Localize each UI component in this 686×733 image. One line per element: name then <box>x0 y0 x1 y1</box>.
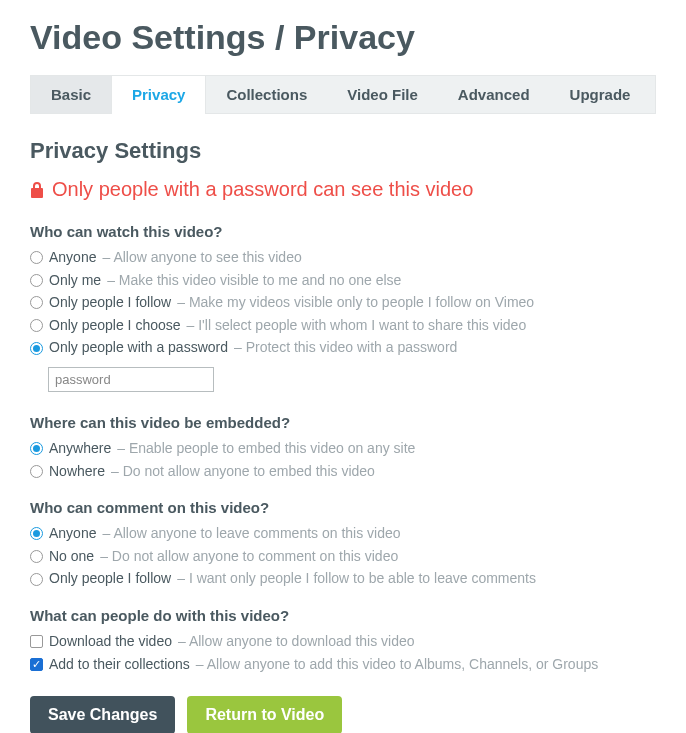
tab-advanced[interactable]: Advanced <box>438 76 550 113</box>
radio-follow[interactable] <box>30 296 43 309</box>
tab-collections[interactable]: Collections <box>206 76 327 113</box>
watch-option-only-me[interactable]: Only me Make this video visible to me an… <box>30 271 656 291</box>
action-option-collections[interactable]: Add to their collections Allow anyone to… <box>30 655 656 675</box>
embed-option-nowhere[interactable]: Nowhere Do not allow anyone to embed thi… <box>30 462 656 482</box>
checkbox-download[interactable] <box>30 635 43 648</box>
action-option-download[interactable]: Download the video Allow anyone to downl… <box>30 632 656 652</box>
radio-choose[interactable] <box>30 319 43 332</box>
password-input[interactable] <box>48 367 214 392</box>
tab-upgrade[interactable]: Upgrade <box>550 76 651 113</box>
radio-embed-anywhere[interactable] <box>30 442 43 455</box>
radio-embed-nowhere[interactable] <box>30 465 43 478</box>
return-button[interactable]: Return to Video <box>187 696 342 733</box>
privacy-status-text: Only people with a password can see this… <box>52 178 473 201</box>
comment-option-noone[interactable]: No one Do not allow anyone to comment on… <box>30 547 656 567</box>
tab-video-file[interactable]: Video File <box>327 76 438 113</box>
settings-tabs: Basic Privacy Collections Video File Adv… <box>30 75 656 114</box>
actions-question: What can people do with this video? <box>30 607 656 624</box>
watch-option-anyone[interactable]: Anyone Allow anyone to see this video <box>30 248 656 268</box>
save-button[interactable]: Save Changes <box>30 696 175 733</box>
comment-option-follow[interactable]: Only people I follow I want only people … <box>30 569 656 589</box>
privacy-status: Only people with a password can see this… <box>30 178 656 201</box>
watch-question: Who can watch this video? <box>30 223 656 240</box>
tab-privacy[interactable]: Privacy <box>111 76 206 114</box>
lock-icon <box>30 181 44 198</box>
comment-question: Who can comment on this video? <box>30 499 656 516</box>
watch-option-choose[interactable]: Only people I choose I'll select people … <box>30 316 656 336</box>
watch-option-follow[interactable]: Only people I follow Make my videos visi… <box>30 293 656 313</box>
radio-comment-noone[interactable] <box>30 550 43 563</box>
page-title: Video Settings / Privacy <box>30 18 656 57</box>
radio-only-me[interactable] <box>30 274 43 287</box>
embed-question: Where can this video be embedded? <box>30 414 656 431</box>
radio-comment-follow[interactable] <box>30 573 43 586</box>
tab-basic[interactable]: Basic <box>31 76 111 113</box>
embed-option-anywhere[interactable]: Anywhere Enable people to embed this vid… <box>30 439 656 459</box>
radio-password[interactable] <box>30 342 43 355</box>
watch-option-password[interactable]: Only people with a password Protect this… <box>30 338 656 358</box>
radio-anyone[interactable] <box>30 251 43 264</box>
comment-option-anyone[interactable]: Anyone Allow anyone to leave comments on… <box>30 524 656 544</box>
radio-comment-anyone[interactable] <box>30 527 43 540</box>
checkbox-collections[interactable] <box>30 658 43 671</box>
section-heading: Privacy Settings <box>30 138 656 164</box>
